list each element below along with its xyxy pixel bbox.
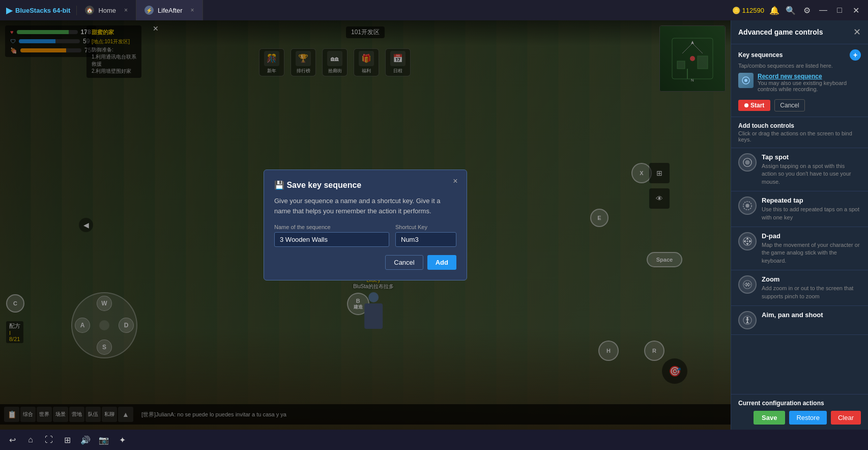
record-section: Record new sequence You may also use exi…: [738, 73, 861, 96]
tab-home-label: Home: [98, 7, 116, 14]
svg-point-16: [746, 240, 748, 242]
dpad-text: D-pad Map the movement of your character…: [762, 232, 861, 265]
taskbar-camera-btn[interactable]: 📷: [98, 434, 110, 446]
svg-point-6: [744, 79, 747, 82]
taskbar-grid-btn[interactable]: ⊞: [61, 434, 73, 446]
repeated-tap-desc: Use this to add repeated taps on a spot …: [762, 206, 861, 221]
modal-cancel-btn[interactable]: Cancel: [385, 255, 423, 270]
record-note: You may also use existing keyboard contr…: [758, 80, 861, 92]
clear-config-btn[interactable]: Clear: [831, 411, 861, 425]
save-sequence-modal: × 💾 Save key sequence Give your sequence…: [264, 170, 467, 280]
name-label: Name of the sequence: [274, 224, 389, 230]
taskbar-back-btn[interactable]: ↩: [6, 434, 18, 446]
notification-btn[interactable]: 🔔: [768, 4, 780, 16]
dpad-desc: Map the movement of your character or th…: [762, 241, 861, 265]
add-sequence-btn[interactable]: +: [850, 49, 861, 61]
shortcut-field: Shortcut Key: [395, 224, 456, 247]
svg-marker-15: [749, 240, 751, 242]
repeated-tap-svg: [742, 201, 753, 211]
top-bar-right: 🪙 112590 🔔 🔍 ⚙ — □ ✕: [732, 4, 868, 16]
tab-home[interactable]: 🏠 Home ×: [77, 0, 136, 20]
dpad-icon: [738, 232, 757, 250]
svg-point-8: [745, 160, 749, 164]
save-config-btn[interactable]: Save: [754, 411, 785, 425]
control-dpad[interactable]: D-pad Map the movement of your character…: [731, 227, 868, 270]
modal-title: 💾 Save key sequence: [274, 180, 456, 190]
record-btn-row: Start Cancel: [738, 99, 861, 111]
main-content: ♥ 178 🛡 59 🍖 75 ◀ 甜蜜的家 [地: [0, 20, 868, 430]
bluestacks-icon: ▶: [6, 6, 12, 15]
shortcut-input[interactable]: [395, 232, 456, 247]
tap-spot-icon: [738, 153, 757, 172]
repeated-tap-name: Repeated tap: [762, 196, 861, 204]
coin-icon: 🪙: [732, 7, 740, 14]
control-tap-spot[interactable]: Tap spot Assign tapping on a spot with t…: [731, 148, 868, 191]
bottom-taskbar: ↩ ⌂ ⛶ ⊞ 🔊 📷 ✦: [0, 430, 868, 450]
modal-add-btn[interactable]: Add: [427, 255, 456, 270]
name-input[interactable]: [274, 232, 389, 247]
game-area: ♥ 178 🛡 59 🍖 75 ◀ 甜蜜的家 [地: [0, 20, 731, 430]
aim-name: Aim, pan and shoot: [762, 311, 861, 319]
right-panel: Advanced game controls ✕ Key sequences +…: [731, 20, 868, 430]
svg-line-23: [747, 322, 748, 324]
key-sequences-label: Key sequences: [738, 51, 783, 59]
svg-marker-13: [746, 243, 748, 245]
tap-spot-name: Tap spot: [762, 153, 861, 161]
name-field: Name of the sequence: [274, 224, 389, 247]
start-btn[interactable]: Start: [738, 100, 770, 111]
cancel-record-btn[interactable]: Cancel: [774, 99, 804, 111]
close-btn[interactable]: ✕: [850, 4, 862, 16]
svg-marker-14: [744, 240, 746, 242]
record-link[interactable]: Record new sequence: [758, 73, 861, 80]
tab-home-close[interactable]: ×: [124, 7, 128, 14]
bluestacks-name: BlueStacks 64-bit: [15, 7, 70, 14]
shortcut-label: Shortcut Key: [395, 224, 456, 230]
home-icon: 🏠: [85, 6, 94, 15]
taskbar-fullscreen-btn[interactable]: ⛶: [43, 434, 55, 446]
tap-spot-svg: [742, 157, 753, 167]
panel-close-btn[interactable]: ✕: [853, 26, 861, 38]
minimize-btn[interactable]: —: [817, 4, 829, 16]
key-sequences-subtitle: Tap/combo sequences are listed here.: [738, 63, 861, 69]
tab-lifeafter[interactable]: ⚡ LifeAfter ×: [136, 0, 202, 20]
repeated-tap-icon: [738, 196, 757, 215]
settings-btn[interactable]: ⚙: [801, 4, 813, 16]
zoom-icon: [738, 275, 757, 294]
record-text: Record new sequence You may also use exi…: [758, 73, 861, 96]
add-touch-desc: Click or drag the actions on the screen …: [738, 130, 861, 143]
control-aim[interactable]: Aim, pan and shoot: [731, 306, 868, 335]
modal-close-btn[interactable]: ×: [450, 176, 460, 186]
taskbar-sound-btn[interactable]: 🔊: [79, 434, 92, 446]
svg-marker-12: [746, 238, 748, 240]
svg-point-10: [745, 204, 749, 208]
add-touch-section: Add touch controls Click or drag the act…: [731, 117, 868, 148]
coins-value: 112590: [742, 7, 764, 14]
modal-title-text: 💾 Save key sequence: [274, 180, 361, 190]
bluestacks-logo: ▶ BlueStacks 64-bit: [0, 6, 77, 15]
aim-icon: [738, 311, 757, 329]
lifeafter-icon: ⚡: [144, 6, 154, 15]
taskbar-more-btn[interactable]: ✦: [116, 434, 128, 446]
modal-actions: Cancel Add: [274, 255, 456, 270]
search-btn[interactable]: 🔍: [785, 4, 797, 16]
zoom-text: Zoom Add zoom in or out to the screen th…: [762, 275, 861, 300]
restore-config-btn[interactable]: Restore: [789, 411, 827, 425]
panel-scroll[interactable]: Key sequences + Tap/combo sequences are …: [731, 44, 868, 394]
zoom-name: Zoom: [762, 275, 861, 283]
tap-spot-text: Tap spot Assign tapping on a spot with t…: [762, 153, 861, 186]
start-dot-icon: [744, 103, 748, 107]
start-label: Start: [750, 102, 764, 109]
tab-lifeafter-close[interactable]: ×: [191, 7, 194, 14]
restore-btn[interactable]: □: [833, 4, 846, 16]
zoom-svg: [742, 279, 753, 290]
control-repeated-tap[interactable]: Repeated tap Use this to add repeated ta…: [731, 191, 868, 227]
taskbar-home-btn[interactable]: ⌂: [24, 434, 37, 446]
key-sequences-section: Key sequences + Tap/combo sequences are …: [731, 44, 868, 117]
top-bar: ▶ BlueStacks 64-bit 🏠 Home × ⚡ LifeAfter…: [0, 0, 868, 20]
control-zoom[interactable]: Zoom Add zoom in or out to the screen th…: [731, 270, 868, 306]
modal-overlay: × 💾 Save key sequence Give your sequence…: [0, 20, 731, 430]
add-touch-title: Add touch controls: [738, 122, 861, 129]
tap-spot-desc: Assign tapping on a spot with this actio…: [762, 162, 861, 186]
panel-btn-row: Save Restore Clear: [738, 411, 861, 425]
tab-lifeafter-label: LifeAfter: [158, 7, 182, 14]
